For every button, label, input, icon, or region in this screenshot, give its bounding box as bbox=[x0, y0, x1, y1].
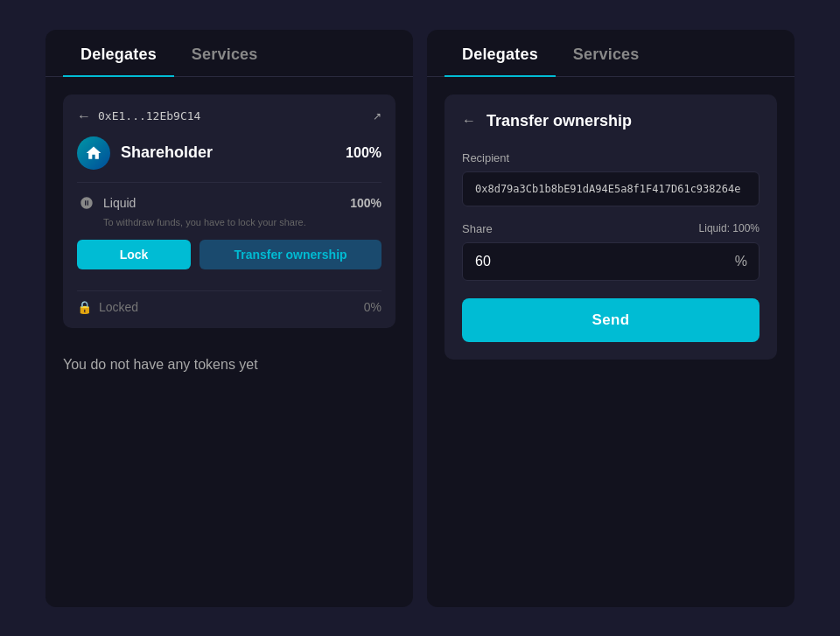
shareholder-percentage: 100% bbox=[346, 145, 382, 161]
locked-icon: 🔒 bbox=[77, 300, 92, 314]
share-input[interactable] bbox=[462, 242, 760, 281]
wallet-address-left: 0xE1...12Eb9C14 bbox=[98, 109, 366, 122]
action-buttons: Lock Transfer ownership bbox=[77, 240, 382, 269]
transfer-title: Transfer ownership bbox=[486, 112, 632, 130]
right-tabs: Delegates Services bbox=[427, 30, 794, 77]
share-label-row: Share Liquid: 100% bbox=[462, 222, 760, 235]
right-panel: Delegates Services ← Transfer ownership … bbox=[427, 30, 794, 607]
transfer-header: ← Transfer ownership bbox=[462, 112, 760, 130]
share-input-wrapper: % bbox=[462, 242, 760, 281]
liquid-label: Liquid bbox=[103, 196, 343, 210]
locked-percentage: 0% bbox=[364, 300, 382, 314]
transfer-ownership-card: ← Transfer ownership Recipient Share Liq… bbox=[444, 94, 777, 360]
recipient-label: Recipient bbox=[462, 151, 760, 164]
tab-delegates-right[interactable]: Delegates bbox=[444, 30, 556, 76]
shareholder-card: ← 0xE1...12Eb9C14 ↗ Shareholder 100% bbox=[63, 94, 396, 328]
left-panel: Delegates Services ← 0xE1...12Eb9C14 ↗ S… bbox=[46, 30, 413, 607]
shareholder-name: Shareholder bbox=[121, 143, 335, 162]
liquid-row: Liquid 100% bbox=[77, 193, 382, 213]
back-button-right[interactable]: ← bbox=[462, 113, 476, 129]
locked-row: 🔒 Locked 0% bbox=[77, 291, 382, 314]
locked-label: Locked bbox=[99, 300, 357, 314]
send-button[interactable]: Send bbox=[462, 298, 760, 342]
right-panel-content: ← Transfer ownership Recipient Share Liq… bbox=[427, 77, 794, 607]
back-button-left[interactable]: ← bbox=[77, 108, 91, 124]
liquid-section: Liquid 100% To withdraw funds, you have … bbox=[77, 183, 382, 291]
tab-services-left[interactable]: Services bbox=[174, 30, 276, 76]
shareholder-avatar bbox=[77, 136, 110, 170]
shareholder-row: Shareholder 100% bbox=[77, 136, 382, 183]
liquid-percentage: 100% bbox=[350, 196, 382, 210]
tab-services-right[interactable]: Services bbox=[556, 30, 657, 76]
share-label: Share bbox=[462, 222, 493, 235]
left-panel-content: ← 0xE1...12Eb9C14 ↗ Shareholder 100% bbox=[46, 77, 413, 607]
liquid-hint: Liquid: 100% bbox=[699, 222, 760, 234]
external-link-icon[interactable]: ↗ bbox=[373, 110, 382, 122]
lock-button[interactable]: Lock bbox=[77, 240, 191, 269]
card-header: ← 0xE1...12Eb9C14 ↗ bbox=[77, 108, 382, 124]
empty-state: You do not have any tokens yet bbox=[63, 346, 396, 384]
percent-sign: % bbox=[735, 254, 747, 269]
left-tabs: Delegates Services bbox=[46, 30, 413, 77]
tab-delegates-left[interactable]: Delegates bbox=[63, 30, 174, 76]
liquid-note: To withdraw funds, you have to lock your… bbox=[103, 216, 382, 229]
transfer-ownership-button[interactable]: Transfer ownership bbox=[200, 240, 382, 269]
liquid-icon bbox=[77, 193, 96, 213]
recipient-input[interactable] bbox=[462, 171, 760, 206]
